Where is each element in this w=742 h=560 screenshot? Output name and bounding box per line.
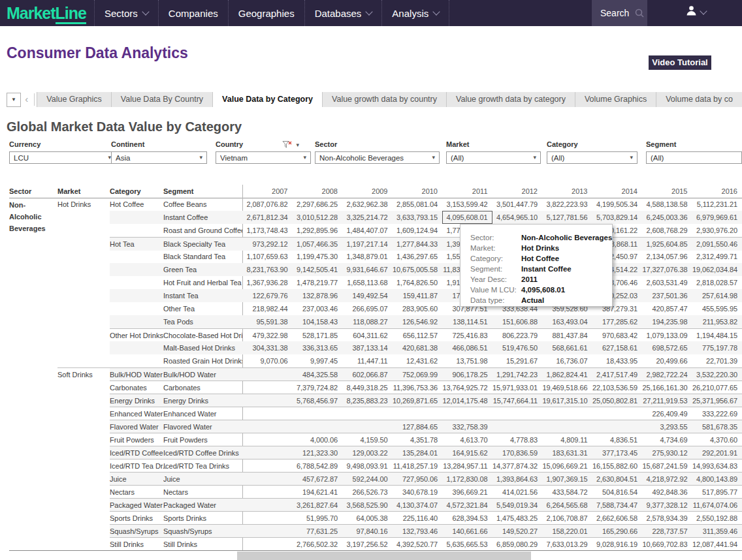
value-cell[interactable]: 129,003.22 (342, 446, 393, 459)
value-cell[interactable]: 9,498,093.91 (342, 459, 393, 473)
value-cell[interactable]: 336,313.65 (293, 341, 343, 354)
value-cell[interactable]: 1,925,604.85 (642, 237, 692, 251)
tab-value-data-by-category[interactable]: Value Data by Category (212, 92, 322, 107)
value-cell[interactable]: 14,377,874.32 (492, 459, 543, 473)
value-cell[interactable]: 568,661.61 (542, 341, 592, 354)
value-cell[interactable] (242, 367, 293, 381)
value-cell[interactable]: 3,633,793.15 (393, 211, 443, 224)
value-cell[interactable]: 26,210,077.65 (692, 381, 742, 394)
value-cell[interactable]: 13,284,957.11 (442, 459, 492, 473)
value-cell[interactable]: 22,103,536.59 (592, 381, 643, 394)
value-cell[interactable]: 158,220.01 (542, 524, 592, 538)
column-header-year-2011[interactable]: 2011 (442, 185, 492, 198)
video-tutorial-button[interactable]: Video Tutorial (649, 55, 711, 70)
value-cell[interactable]: 2,766,502.32 (293, 537, 343, 551)
value-cell[interactable]: 266,695.07 (342, 302, 393, 315)
value-cell[interactable] (242, 472, 293, 486)
value-cell[interactable]: 1,292,895.96 (293, 224, 343, 237)
value-cell[interactable]: 64,005.38 (342, 511, 393, 525)
value-cell[interactable]: 19,062,034.84 (692, 263, 742, 276)
value-cell[interactable]: 1,057,466.35 (293, 237, 343, 251)
value-cell[interactable]: 10,675,005.58 (393, 263, 443, 276)
value-cell[interactable]: 11,674,074.06 (692, 498, 742, 512)
value-cell[interactable]: 149,492.54 (342, 289, 393, 302)
value-cell[interactable]: 25,371,956.67 (692, 394, 742, 407)
value-cell[interactable] (542, 407, 592, 420)
value-cell[interactable] (492, 407, 543, 420)
value-cell[interactable]: 5,635,665.53 (442, 537, 492, 551)
value-cell[interactable]: 275,930.12 (642, 446, 692, 459)
filter-value-sector[interactable]: Non-Alcoholic Beverages▾ (315, 151, 440, 164)
value-cell[interactable]: 194,235.98 (642, 315, 692, 328)
value-cell[interactable]: 1,107,659.63 (242, 250, 293, 263)
value-cell[interactable]: 8,231,763.90 (242, 263, 293, 276)
value-cell[interactable]: 1,291,742.23 (492, 367, 543, 381)
value-cell[interactable]: 332,758.39 (442, 420, 492, 433)
value-cell[interactable]: 15,291.67 (492, 354, 543, 367)
value-cell[interactable]: 104,158.43 (293, 315, 343, 328)
value-cell[interactable] (242, 511, 293, 525)
nav-item-databases[interactable]: Databases (304, 0, 382, 26)
value-cell[interactable]: 2,608,768.29 (642, 224, 692, 237)
value-cell[interactable]: 22,701.39 (692, 354, 742, 367)
value-cell[interactable]: 2,818,028.57 (692, 276, 742, 289)
value-cell[interactable]: 127,884.65 (393, 420, 443, 433)
value-cell[interactable]: 2,312,499.71 (692, 250, 742, 263)
value-cell[interactable]: 973,292.12 (242, 237, 293, 251)
value-cell[interactable]: 484,325.58 (293, 367, 343, 381)
value-cell[interactable] (242, 446, 293, 459)
value-cell[interactable]: 211,953.82 (692, 315, 742, 328)
marketline-logo[interactable]: MarketLine (7, 4, 86, 23)
value-cell[interactable] (242, 394, 293, 407)
tab-prev-button[interactable]: ‹ (21, 92, 32, 107)
value-cell[interactable]: 13,764,925.72 (442, 381, 492, 394)
value-cell[interactable]: 15,687,241.59 (642, 459, 692, 473)
funnel-clear-icon[interactable] (282, 140, 292, 149)
value-cell[interactable]: 604,311.62 (342, 328, 393, 342)
value-cell[interactable]: 2,982,722.24 (642, 367, 692, 381)
value-cell[interactable]: 4,734.69 (642, 433, 692, 446)
value-cell[interactable]: 118,088.27 (342, 315, 393, 328)
column-header-year-2009[interactable]: 2009 (342, 185, 393, 198)
value-cell[interactable]: 340,678.19 (393, 485, 443, 499)
value-cell[interactable]: 16,155,882.60 (592, 459, 643, 473)
value-cell[interactable]: 2,417,517.49 (592, 367, 643, 381)
value-cell[interactable]: 528,171.85 (293, 328, 343, 342)
filter-value-market[interactable]: (All)▾ (446, 151, 541, 164)
value-cell[interactable]: 15,096,669.21 (542, 459, 592, 473)
value-cell[interactable]: 9,070.06 (242, 354, 293, 367)
value-cell[interactable]: 4,392,520.77 (393, 537, 443, 551)
value-cell[interactable]: 3,325,214.72 (342, 211, 393, 224)
value-cell[interactable]: 3,197,256.52 (342, 537, 393, 551)
value-cell[interactable]: 2,930,976.20 (692, 224, 742, 237)
value-cell[interactable]: 9,142,505.41 (293, 263, 343, 276)
value-cell[interactable]: 8,449,318.25 (342, 381, 393, 394)
value-cell[interactable]: 20,499.66 (642, 354, 692, 367)
value-cell[interactable]: 3,532,220.30 (692, 367, 742, 381)
value-cell[interactable]: 627,158.61 (592, 341, 643, 354)
value-cell[interactable]: 228,737.57 (642, 524, 692, 538)
column-header-sector[interactable]: Sector (9, 185, 57, 198)
value-cell[interactable] (242, 407, 293, 420)
tab-dropdown-button[interactable]: ▼ (7, 93, 21, 107)
value-cell[interactable]: 16,736.07 (542, 354, 592, 367)
value-cell[interactable]: 15,971,933.01 (492, 381, 543, 394)
value-cell[interactable]: 4,218,972.92 (642, 472, 692, 486)
value-cell[interactable]: 7,379,724.82 (293, 381, 343, 394)
value-cell[interactable]: 1,277,844.33 (393, 237, 443, 251)
value-cell[interactable]: 5,127,781.56 (542, 211, 592, 224)
value-cell[interactable]: 6,979,969.61 (692, 211, 742, 224)
value-cell[interactable]: 132,793.46 (393, 524, 443, 538)
column-header-year-2010[interactable]: 2010 (393, 185, 443, 198)
value-cell[interactable]: 628,394.53 (442, 511, 492, 525)
column-header-segment[interactable]: Segment (163, 185, 242, 198)
value-cell[interactable]: 218,982.44 (242, 302, 293, 315)
value-cell[interactable]: 806,223.79 (492, 328, 543, 342)
value-cell[interactable]: 183,631.31 (542, 446, 592, 459)
value-cell[interactable]: 4,000.06 (293, 433, 343, 446)
value-cell[interactable]: 1,658,113.68 (342, 276, 393, 289)
value-cell[interactable]: 95,591.38 (242, 315, 293, 328)
value-cell[interactable]: 1,478,219.77 (293, 276, 343, 289)
value-cell[interactable]: 420,857.47 (642, 302, 692, 315)
value-cell[interactable]: 1,197,217.14 (342, 237, 393, 251)
